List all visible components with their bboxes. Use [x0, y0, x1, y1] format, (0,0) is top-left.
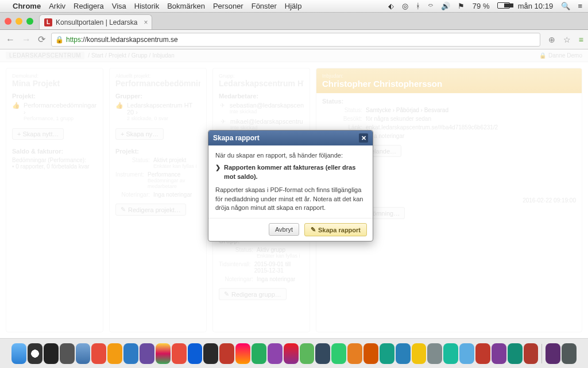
app-icon[interactable] [235, 343, 250, 364]
mac-menubar: Chrome Arkiv Redigera Visa Historik Bokm… [0, 0, 588, 13]
url-rest: ://konsult.ledarskapscentrum.se [81, 36, 178, 44]
cancel-button[interactable]: Avbryt [269, 223, 299, 236]
menubar-item[interactable]: Historik [134, 2, 159, 10]
reload-button[interactable]: ⟳ [37, 34, 47, 45]
battery-icon[interactable] [497, 2, 510, 9]
app-icon[interactable] [475, 343, 490, 364]
chrome-menu-icon[interactable]: ≡ [579, 35, 583, 44]
app-icon[interactable] [396, 343, 411, 364]
app-icon[interactable] [91, 343, 106, 364]
app-icon[interactable] [492, 343, 506, 364]
bluetooth-icon[interactable]: ᚼ [416, 2, 420, 10]
dialog-paragraph: Rapporter skapas i PDF-format och finns … [215, 186, 366, 212]
minimize-window-button[interactable] [16, 18, 22, 25]
app-icon[interactable] [427, 343, 442, 364]
menubar-item[interactable]: Visa [112, 2, 126, 10]
excel-icon[interactable] [300, 343, 315, 364]
menubar-item[interactable]: Bokmärken [167, 2, 205, 10]
lock-icon: 🔒 [55, 36, 64, 44]
terminal-icon[interactable] [44, 343, 59, 364]
app-icon[interactable] [107, 343, 122, 364]
chrome-tab-strip: L Konsultportalen | Ledarska × [0, 13, 588, 30]
app-icon[interactable] [412, 343, 427, 364]
clock[interactable]: mån 10:19 [518, 2, 553, 10]
app-icon[interactable] [284, 343, 299, 364]
zoom-indicator-icon[interactable]: ⊕ [548, 35, 555, 44]
dialog-body: När du skapar en rapport, så händer följ… [208, 145, 373, 218]
finder-icon[interactable] [11, 343, 26, 364]
volume-icon[interactable]: 🔊 [441, 2, 450, 10]
close-window-button[interactable] [5, 18, 11, 25]
chevron-right-icon: ❯ [215, 163, 220, 181]
create-report-label: Skapa rapport [318, 227, 361, 233]
close-tab-icon[interactable]: × [144, 18, 148, 26]
back-button[interactable]: ← [5, 34, 16, 45]
zoom-window-button[interactable] [26, 18, 33, 25]
app-icon[interactable] [524, 343, 539, 364]
dialog-footer: Avbryt ✎ Skapa rapport [208, 218, 373, 241]
url-scheme: https [66, 36, 81, 44]
downloads-stack-icon[interactable] [546, 343, 560, 364]
app-icon[interactable] [188, 343, 203, 364]
menubar-app-name[interactable]: Chrome [13, 2, 41, 10]
app-icon[interactable] [172, 343, 187, 364]
menubar-item[interactable]: Fönster [252, 2, 277, 10]
page-body: LEDARSKAPSCENTRUM / Start / Projekt / Gr… [0, 49, 588, 338]
dialog-bullet: Rapporten kommer att faktureras (eller d… [224, 163, 366, 181]
forward-button[interactable]: → [21, 34, 32, 45]
app-icon[interactable] [203, 343, 218, 364]
app-icon[interactable] [60, 343, 75, 364]
address-bar[interactable]: 🔒 https ://konsult.ledarskapscentrum.se [51, 33, 540, 47]
app-icon[interactable] [219, 343, 234, 364]
pencil-icon: ✎ [311, 226, 316, 233]
app-icon[interactable] [380, 343, 394, 364]
dialog-title: Skapa rapport [213, 134, 260, 142]
app-icon[interactable] [331, 343, 346, 364]
utorrent-icon[interactable] [363, 343, 378, 364]
flag-icon[interactable]: ⚑ [458, 2, 465, 10]
app-icon[interactable] [315, 343, 330, 364]
spotlight-icon[interactable]: 🔍 [561, 2, 570, 10]
php-icon[interactable] [140, 343, 154, 364]
create-report-dialog: Skapa rapport ✕ När du skapar en rapport… [208, 130, 373, 241]
menubar-item[interactable]: Personer [213, 2, 243, 10]
dropbox-icon[interactable]: ⬖ [388, 2, 394, 10]
rstudio-icon[interactable] [76, 343, 91, 364]
chrome-toolbar: ← → ⟳ 🔒 https ://konsult.ledarskapscentr… [0, 30, 588, 49]
menubar-item[interactable]: Arkiv [49, 2, 65, 10]
favicon-icon: L [44, 18, 52, 26]
notification-center-icon[interactable]: ≡ [578, 2, 582, 10]
battery-percent: 79 % [473, 2, 490, 10]
tab-title: Konsultportalen | Ledarska [56, 18, 138, 26]
browser-tab[interactable]: L Konsultportalen | Ledarska × [39, 14, 152, 29]
menubar-item[interactable]: Redigera [74, 2, 104, 10]
app-icon[interactable] [347, 343, 362, 364]
sync-icon[interactable]: ◎ [402, 2, 408, 10]
onenote-icon[interactable] [268, 343, 283, 364]
wifi-icon[interactable]: ⌔ [428, 2, 433, 10]
app-icon[interactable] [28, 343, 42, 364]
dialog-close-button[interactable]: ✕ [359, 133, 368, 143]
dock [0, 338, 588, 368]
window-controls [5, 18, 33, 25]
app-icon[interactable] [443, 343, 458, 364]
dock-separator [541, 344, 542, 363]
menubar-right: ⬖ ◎ ᚼ ⌔ 🔊 ⚑ 79 % mån 10:19 🔍 ≡ [382, 2, 582, 10]
app-icon[interactable] [508, 343, 523, 364]
dialog-intro: När du skapar en rapport, så händer följ… [215, 151, 366, 160]
skype-icon[interactable] [459, 343, 474, 364]
trash-icon[interactable] [562, 343, 577, 364]
bookmark-star-icon[interactable]: ☆ [563, 35, 571, 44]
chrome-icon[interactable] [156, 343, 171, 364]
app-icon[interactable] [252, 343, 266, 364]
create-report-button[interactable]: ✎ Skapa rapport [304, 223, 367, 236]
menubar-item[interactable]: Hjälp [285, 2, 302, 10]
dialog-titlebar: Skapa rapport ✕ [208, 131, 373, 145]
app-icon[interactable] [123, 343, 138, 364]
